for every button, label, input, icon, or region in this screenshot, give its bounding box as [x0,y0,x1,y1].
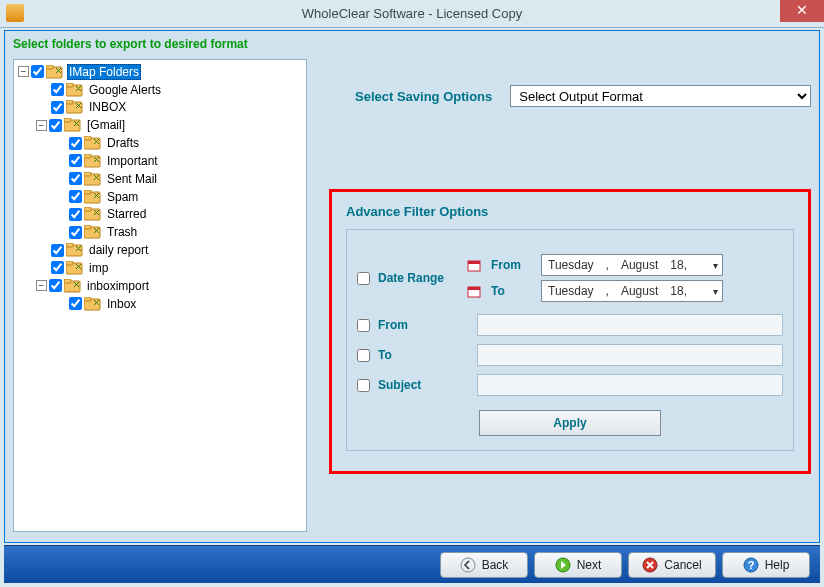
tree-node-label[interactable]: Google Alerts [87,83,163,97]
tree-checkbox[interactable] [49,119,62,132]
help-label: Help [765,558,790,572]
tree-node-label[interactable]: INBOX [87,100,128,114]
svg-rect-1 [46,65,53,69]
tree-node-label[interactable]: inboximport [85,279,151,293]
advance-filter-title: Advance Filter Options [346,204,794,219]
to-checkbox[interactable] [357,349,370,362]
tree-node-label[interactable]: [Gmail] [85,118,127,132]
tree-node-label[interactable]: Inbox [105,297,138,311]
close-button[interactable]: ✕ [780,0,824,22]
subject-input[interactable] [477,374,783,396]
tree-checkbox[interactable] [51,244,64,257]
tree-node[interactable]: Starred [54,206,306,223]
tree-node[interactable]: INBOX [36,99,306,116]
tree-node[interactable]: Spam [54,188,306,205]
folder-icon [64,118,82,132]
expand-toggle[interactable]: − [36,120,47,131]
date-from-picker[interactable]: Tuesday , August 18, ▾ [541,254,723,276]
svg-rect-11 [84,154,91,158]
tree-checkbox[interactable] [51,261,64,274]
to-label: To [378,348,392,362]
help-icon: ? [743,557,759,573]
folder-tree-panel[interactable]: −IMap FoldersGoogle AlertsINBOX−[Gmail]D… [13,59,307,532]
tree-node-label[interactable]: IMap Folders [67,64,141,80]
cancel-button[interactable]: Cancel [628,552,716,578]
tree-node[interactable]: Google Alerts [36,81,306,98]
svg-rect-17 [84,207,91,211]
folder-icon [84,136,102,150]
tree-checkbox[interactable] [69,172,82,185]
output-format-select[interactable]: Select Output Format [510,85,811,107]
expand-toggle[interactable]: − [36,280,47,291]
tree-node-label[interactable]: Important [105,154,160,168]
svg-rect-9 [84,136,91,140]
subject-checkbox[interactable] [357,379,370,392]
next-button[interactable]: Next [534,552,622,578]
tree-checkbox[interactable] [51,83,64,96]
wizard-footer: Back Next Cancel ? Help [4,545,820,583]
chevron-down-icon: ▾ [713,286,718,297]
tree-node[interactable]: Inbox [54,295,306,312]
folder-icon [84,207,102,221]
folder-icon [66,243,84,257]
svg-rect-7 [64,118,71,122]
cancel-label: Cancel [664,558,701,572]
tree-checkbox[interactable] [69,154,82,167]
tree-node[interactable]: −inboximportInbox [36,277,306,312]
apply-button[interactable]: Apply [479,410,661,436]
tree-node-label[interactable]: daily report [87,243,150,257]
tree-checkbox[interactable] [69,226,82,239]
app-icon [6,4,24,22]
svg-rect-3 [66,83,73,87]
saving-options-label: Select Saving Options [355,89,492,104]
folder-icon [46,65,64,79]
tree-node-label[interactable]: Trash [105,225,139,239]
svg-rect-19 [84,225,91,229]
subject-label: Subject [378,378,421,392]
tree-node[interactable]: daily report [36,241,306,258]
from-checkbox[interactable] [357,319,370,332]
tree-node[interactable]: −[Gmail]DraftsImportantSent MailSpamStar… [36,116,306,240]
date-range-label: Date Range [378,271,444,285]
svg-rect-29 [468,261,480,264]
date-to-picker[interactable]: Tuesday , August 18, ▾ [541,280,723,302]
calendar-icon [467,284,481,298]
filter-groupbox: Date Range From Tuesday , [346,229,794,451]
tree-checkbox[interactable] [69,137,82,150]
tree-node-label[interactable]: Spam [105,190,140,204]
tree-checkbox[interactable] [51,101,64,114]
title-bar: WholeClear Software - Licensed Copy ✕ [0,0,824,28]
instruction-label: Select folders to export to desired form… [5,31,819,55]
svg-point-32 [461,558,475,572]
tree-checkbox[interactable] [69,190,82,203]
close-icon: ✕ [796,2,808,18]
to-input[interactable] [477,344,783,366]
date-range-checkbox[interactable] [357,272,370,285]
back-label: Back [482,558,509,572]
from-label: From [378,318,408,332]
svg-rect-15 [84,190,91,194]
calendar-icon [467,258,481,272]
help-button[interactable]: ? Help [722,552,810,578]
tree-node[interactable]: Important [54,152,306,169]
tree-checkbox[interactable] [49,279,62,292]
tree-node-label[interactable]: Starred [105,207,148,221]
tree-node[interactable]: Sent Mail [54,170,306,187]
tree-checkbox[interactable] [69,297,82,310]
from-input[interactable] [477,314,783,336]
tree-node[interactable]: imp [36,259,306,276]
svg-rect-5 [66,100,73,104]
tree-node[interactable]: −IMap FoldersGoogle AlertsINBOX−[Gmail]D… [18,63,306,312]
expand-toggle[interactable]: − [18,66,29,77]
folder-icon [84,225,102,239]
tree-node-label[interactable]: imp [87,261,110,275]
tree-node-label[interactable]: Drafts [105,136,141,150]
tree-checkbox[interactable] [69,208,82,221]
tree-node[interactable]: Drafts [54,134,306,151]
back-button[interactable]: Back [440,552,528,578]
folder-icon [64,279,82,293]
tree-checkbox[interactable] [31,65,44,78]
tree-node[interactable]: Trash [54,223,306,240]
tree-node-label[interactable]: Sent Mail [105,172,159,186]
folder-icon [84,297,102,311]
